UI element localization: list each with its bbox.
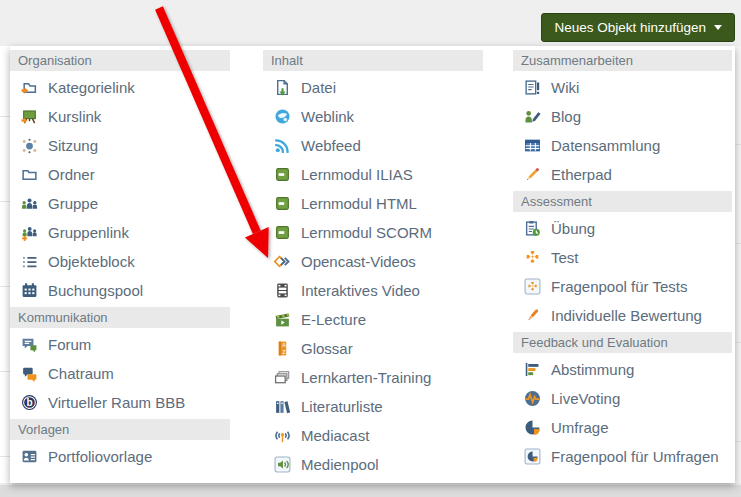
menu-item-label: Literaturliste <box>301 398 383 415</box>
glossary-icon: AZ <box>274 340 291 357</box>
session-icon <box>21 137 38 154</box>
menu-item-interaktives-video[interactable]: Interaktives Video <box>263 276 483 305</box>
menu-item-label: Ordner <box>48 166 95 183</box>
menu-item-umfrage[interactable]: Umfrage <box>513 413 732 442</box>
group-icon <box>21 195 38 212</box>
menu-item-sitzung[interactable]: Sitzung <box>10 131 230 160</box>
menu-item-label: Datensammlung <box>551 137 660 154</box>
menu-item-abstimmung[interactable]: Abstimmung <box>513 355 732 384</box>
menu-item-blog[interactable]: Blog <box>513 102 732 131</box>
svg-text:b: b <box>26 397 32 408</box>
menu-item-label: Sitzung <box>48 137 98 154</box>
menu-item-e-lecture[interactable]: E-Lecture <box>263 305 483 334</box>
menu-item-label: LiveVoting <box>551 390 620 407</box>
page-background-left <box>0 46 10 483</box>
section-header-inhalt: Inhalt <box>263 50 483 71</box>
booking-pool-icon <box>21 282 38 299</box>
menu-item-etherpad[interactable]: Etherpad <box>513 160 732 189</box>
page: Neues Objekt hinzufügen OrganisationKate… <box>0 0 741 497</box>
menu-item-label: Glossar <box>301 340 353 357</box>
learning-module-icon <box>274 224 291 241</box>
opencast-icon <box>274 253 291 270</box>
add-object-button[interactable]: Neues Objekt hinzufügen <box>541 13 735 42</box>
dropdown-column-inhalt: InhaltDateiWeblinkWebfeedLernmodul ILIAS… <box>263 46 483 479</box>
dropdown-column-organisation: OrganisationKategorielinkKurslinkSitzung… <box>10 46 230 471</box>
caret-down-icon <box>714 25 722 30</box>
menu-item-lernmodul-html[interactable]: Lernmodul HTML <box>263 189 483 218</box>
menu-item-label: Opencast-Videos <box>301 253 416 270</box>
menu-item-label: Virtueller Raum BBB <box>48 394 185 411</box>
section-header-vorlagen: Vorlagen <box>10 419 230 440</box>
section-header-zusammenarbeiten: Zusammenarbeiten <box>513 50 732 71</box>
menu-item-mediacast[interactable]: Mediacast <box>263 421 483 450</box>
menu-item-test[interactable]: Test <box>513 243 732 272</box>
menu-item-lernkarten-training[interactable]: Lernkarten-Training <box>263 363 483 392</box>
weblink-globe-icon <box>274 108 291 125</box>
data-collection-icon <box>524 137 541 154</box>
bbb-icon: b <box>21 394 38 411</box>
flashcards-icon <box>274 369 291 386</box>
menu-item-ordner[interactable]: Ordner <box>10 160 230 189</box>
menu-item-weblink[interactable]: Weblink <box>263 102 483 131</box>
menu-item-buchungspool[interactable]: Buchungspool <box>10 276 230 305</box>
menu-item-kategorielink[interactable]: Kategorielink <box>10 73 230 102</box>
menu-item-wiki[interactable]: Wiki <box>513 73 732 102</box>
menu-item-label: Kategorielink <box>48 79 135 96</box>
wiki-icon <box>524 79 541 96</box>
menu-item-portfoliovorlage[interactable]: Portfoliovorlage <box>10 442 230 471</box>
svg-text:Z: Z <box>282 349 286 355</box>
menu-item-lernmodul-ilias[interactable]: Lernmodul ILIAS <box>263 160 483 189</box>
menu-item-webfeed[interactable]: Webfeed <box>263 131 483 160</box>
menu-item-label: Lernmodul ILIAS <box>301 166 413 183</box>
menu-item-label: Portfoliovorlage <box>48 448 152 465</box>
menu-item-virtueller-raum-bbb[interactable]: bVirtueller Raum BBB <box>10 388 230 417</box>
question-pool-surveys-icon <box>524 448 541 465</box>
menu-item-chatraum[interactable]: Chatraum <box>10 359 230 388</box>
test-puzzle-icon <box>524 249 541 266</box>
menu-item-forum[interactable]: Forum <box>10 330 230 359</box>
menu-item-label: Blog <box>551 108 581 125</box>
menu-item-fragenpool-fur-tests[interactable]: Fragenpool für Tests <box>513 272 732 301</box>
menu-item-medienpool[interactable]: Medienpool <box>263 450 483 479</box>
menu-item-label: Lernmodul HTML <box>301 195 417 212</box>
menu-item-label: Abstimmung <box>551 361 634 378</box>
menu-item-gruppenlink[interactable]: Gruppenlink <box>10 218 230 247</box>
menu-item-livevoting[interactable]: LiveVoting <box>513 384 732 413</box>
menu-item-label: Medienpool <box>301 456 379 473</box>
file-download-icon <box>274 79 291 96</box>
bibliography-icon <box>274 398 291 415</box>
menu-item-gruppe[interactable]: Gruppe <box>10 189 230 218</box>
portfolio-template-icon <box>21 448 38 465</box>
menu-item-label: Fragenpool für Umfragen <box>551 448 719 465</box>
menu-item-label: Umfrage <box>551 419 609 436</box>
menu-item-fragenpool-fur-umfragen[interactable]: Fragenpool für Umfragen <box>513 442 732 471</box>
interactive-video-icon <box>274 282 291 299</box>
menu-item-individuelle-bewertung[interactable]: Individuelle Bewertung <box>513 301 732 330</box>
svg-text:A: A <box>282 342 286 348</box>
menu-item-label: Individuelle Bewertung <box>551 307 702 324</box>
menu-item-label: E-Lecture <box>301 311 366 328</box>
menu-item-datensammlung[interactable]: Datensammlung <box>513 131 732 160</box>
forum-icon <box>21 336 38 353</box>
course-link-icon <box>21 108 38 125</box>
menu-item-lernmodul-scorm[interactable]: Lernmodul SCORM <box>263 218 483 247</box>
section-header-feedback-und-evaluation: Feedback und Evaluation <box>513 332 732 353</box>
blog-icon <box>524 108 541 125</box>
page-background-bottom <box>0 485 741 497</box>
menu-item-label: Kurslink <box>48 108 101 125</box>
menu-item-label: Etherpad <box>551 166 612 183</box>
question-pool-tests-icon <box>524 278 541 295</box>
individual-assessment-icon <box>524 307 541 324</box>
menu-item-ubung[interactable]: Übung <box>513 214 732 243</box>
menu-item-glossar[interactable]: AZGlossar <box>263 334 483 363</box>
menu-item-label: Webfeed <box>301 137 361 154</box>
menu-item-objekteblock[interactable]: Objekteblock <box>10 247 230 276</box>
menu-item-literaturliste[interactable]: Literaturliste <box>263 392 483 421</box>
menu-item-datei[interactable]: Datei <box>263 73 483 102</box>
e-lecture-icon <box>274 311 291 328</box>
menu-item-opencast-videos[interactable]: Opencast-Videos <box>263 247 483 276</box>
menu-item-label: Forum <box>48 336 91 353</box>
menu-item-kurslink[interactable]: Kurslink <box>10 102 230 131</box>
webfeed-rss-icon <box>274 137 291 154</box>
menu-item-label: Gruppenlink <box>48 224 129 241</box>
